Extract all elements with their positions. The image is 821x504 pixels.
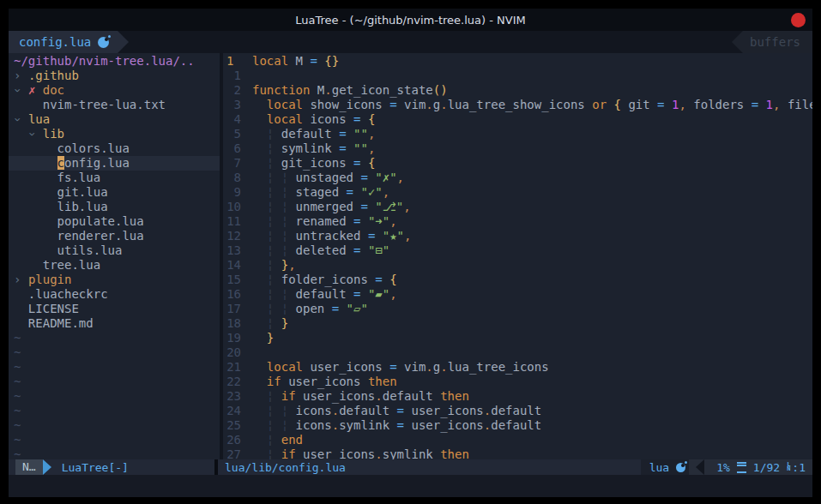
tree-item-lib-lua[interactable]: lib.lua xyxy=(14,200,220,214)
code-line[interactable]: 17 ¦ ¦ open = "▱" xyxy=(223,302,812,316)
code-line[interactable]: 14 ¦ }, xyxy=(223,258,812,273)
tree-item-readme-md[interactable]: README.md xyxy=(14,316,220,331)
token: icons xyxy=(296,404,332,417)
code-text: ¦ ¦ icons.default = user_icons.default xyxy=(249,404,812,418)
token: = xyxy=(657,98,664,111)
main-area: ~/github/nvim-tree.lua/..› .github› ✗ do… xyxy=(9,53,812,459)
code-line[interactable]: 27 ¦ if user_icons.symlink then xyxy=(223,447,812,459)
tree-item-doc[interactable]: › ✗ doc xyxy=(14,83,220,98)
code-line[interactable]: 19 } xyxy=(223,331,812,345)
code-line[interactable]: 6 ¦ symlink = "", xyxy=(223,141,812,156)
tree-item-plugin[interactable]: › plugin xyxy=(14,273,220,287)
token: , xyxy=(679,98,685,111)
token: › xyxy=(10,116,25,123)
tree-item-license[interactable]: LICENSE xyxy=(14,302,220,316)
tab-label: config.lua xyxy=(19,35,91,49)
tree-item-luacheckrc[interactable]: .luacheckrc xyxy=(14,287,220,302)
code-line[interactable]: 8 ¦ ¦ unstaged = "✗", xyxy=(223,171,812,185)
code-line[interactable]: 5 ¦ default = "", xyxy=(223,127,812,141)
token: ¦ ¦ xyxy=(252,418,296,432)
statusline-file-path: lua/lib/config.lua xyxy=(225,461,346,474)
token: show_icons xyxy=(303,98,389,111)
tree-item-git-lua[interactable]: git.lua xyxy=(14,185,220,200)
token: fs.lua xyxy=(14,171,100,184)
token: ~ xyxy=(14,433,21,447)
token xyxy=(360,214,367,228)
code-line[interactable]: 15 ¦ folder_icons = { xyxy=(223,273,812,287)
tree-item-utils-lua[interactable]: utils.lua xyxy=(14,243,220,258)
token: ¦ xyxy=(252,141,281,155)
code-line[interactable]: 21 local user_icons = vim.g.lua_tree_ico… xyxy=(223,360,812,375)
code-line[interactable]: 9 ¦ ¦ staged = "✓", xyxy=(223,185,812,200)
code-text: function M.get_icon_state() xyxy=(249,83,812,98)
tree-root[interactable]: ~/github/nvim-tree.lua/.. xyxy=(14,54,220,69)
code-line[interactable]: 25 ¦ ¦ icons.symlink = user_icons.defaul… xyxy=(223,418,812,433)
code-line[interactable]: 4 local icons = { xyxy=(223,112,812,127)
token: { xyxy=(368,112,375,126)
tree-item-nvim-tree-lua-txt[interactable]: nvim-tree-lua.txt xyxy=(14,98,220,112)
code-line[interactable]: 26 ¦ end xyxy=(223,433,812,447)
code-line[interactable]: 2function M.get_icon_state() xyxy=(223,83,812,98)
code-line[interactable]: 18 ¦ } xyxy=(223,316,812,331)
code-line[interactable]: 7 ¦ git_icons = { xyxy=(223,156,812,171)
tree-item-fs-lua[interactable]: fs.lua xyxy=(14,171,220,185)
empty-line: ~ xyxy=(14,433,220,447)
chevron-left-icon xyxy=(696,459,704,475)
tree-item-tree-lua[interactable]: tree.lua xyxy=(14,258,220,273)
token xyxy=(360,243,367,257)
token: , xyxy=(404,229,411,243)
token xyxy=(383,273,389,286)
tree-item-lua[interactable]: › lua xyxy=(14,112,220,127)
code-line[interactable]: 16 ¦ ¦ default = "▰", xyxy=(223,287,812,302)
token: = xyxy=(752,98,758,111)
code-line[interactable]: 24 ¦ ¦ icons.default = user_icons.defaul… xyxy=(223,404,812,418)
token: . xyxy=(332,404,339,417)
code-line[interactable]: 20 xyxy=(223,345,812,360)
tree-item-renderer-lua[interactable]: renderer.lua xyxy=(14,229,220,243)
token: ¦ xyxy=(252,127,281,141)
tree-item-github[interactable]: › .github xyxy=(14,69,220,83)
token: open xyxy=(296,302,332,315)
tree-item-config-lua[interactable]: config.lua xyxy=(9,156,220,171)
token: , xyxy=(389,287,396,301)
code-line[interactable]: 12 ¦ ¦ untracked = "★", xyxy=(223,229,812,243)
tree-item-populate-lua[interactable]: populate.lua xyxy=(14,214,220,229)
lua-icon xyxy=(98,37,109,48)
tab-config-lua[interactable]: config.lua xyxy=(9,31,118,53)
code-text: ¦ if user_icons.default then xyxy=(249,389,812,404)
line-number: 1 xyxy=(223,54,249,69)
buffers-tab[interactable]: buffers xyxy=(743,31,812,53)
token: , xyxy=(403,200,410,213)
line-number: 14 xyxy=(223,258,249,273)
token: , xyxy=(368,127,375,141)
code-text: ¦ ¦ untracked = "★", xyxy=(249,229,812,243)
tree-item-colors-lua[interactable]: colors.lua xyxy=(14,141,220,156)
buffers-label: buffers xyxy=(750,35,800,49)
token: LICENSE xyxy=(14,302,79,315)
token: ~ xyxy=(14,447,21,459)
column-number: :1 xyxy=(792,461,806,474)
code-line[interactable]: 1 xyxy=(223,69,812,83)
token xyxy=(347,141,353,155)
code-line[interactable]: 3 local show_icons = vim.g.lua_tree_show… xyxy=(223,98,812,112)
token xyxy=(347,127,353,141)
command-line[interactable] xyxy=(9,475,812,497)
line-number: 13 xyxy=(223,243,249,258)
token: ~ xyxy=(14,404,21,417)
code-line[interactable]: 13 ¦ ¦ deleted = "⊟" xyxy=(223,243,812,258)
close-button[interactable] xyxy=(791,13,806,27)
statusline-tree: N… LuaTree[-] xyxy=(9,459,214,475)
token: = xyxy=(339,141,346,155)
token: default xyxy=(281,127,339,141)
token: ~ xyxy=(14,360,21,374)
code-line[interactable]: 1local M = {} xyxy=(223,54,812,69)
token: ¦ ¦ xyxy=(252,302,296,315)
token: "✗" xyxy=(375,171,396,184)
code-text: ¦ ¦ deleted = "⊟" xyxy=(249,243,812,258)
code-line[interactable]: 22 if user_icons then xyxy=(223,375,812,389)
tree-item-lib[interactable]: › lib xyxy=(14,127,220,141)
code-line[interactable]: 23 ¦ if user_icons.default then xyxy=(223,389,812,404)
filetype-segment: lua xyxy=(641,459,689,475)
code-line[interactable]: 11 ¦ ¦ renamed = "➜", xyxy=(223,214,812,229)
code-line[interactable]: 10 ¦ ¦ unmerged = "⎇", xyxy=(223,200,812,214)
